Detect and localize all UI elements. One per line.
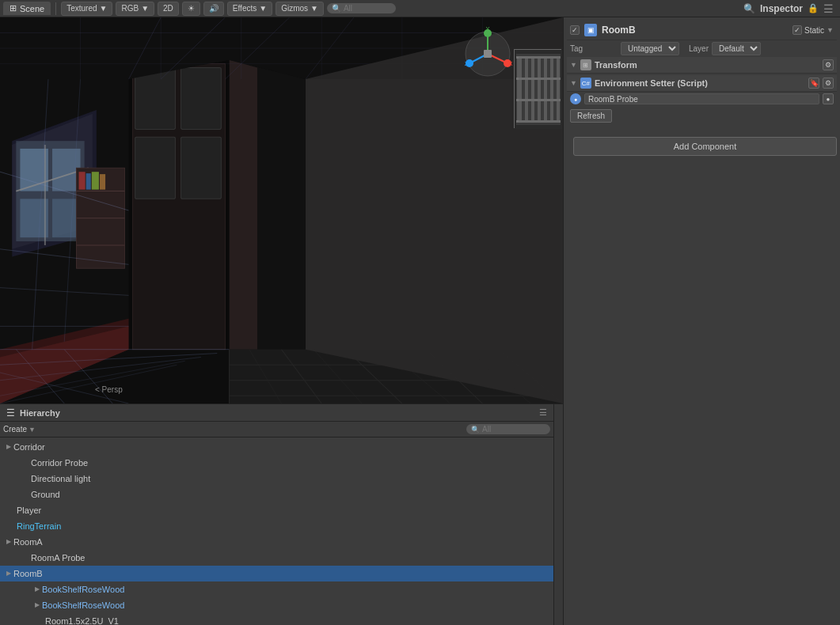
hierarchy-item[interactable]: Room1.5x2.5U_V1 <box>0 613 553 625</box>
refresh-button[interactable]: Refresh <box>570 109 612 123</box>
rgb-dropdown[interactable]: RGB ▼ <box>116 2 154 16</box>
scene-area: Y X Z < Persp <box>0 17 563 625</box>
static-arrow[interactable]: ▼ <box>827 26 834 34</box>
svg-rect-90 <box>525 56 528 123</box>
hierarchy-panel-header: ☰ Hierarchy ☰ <box>0 404 553 422</box>
scene-search-input[interactable] <box>344 4 391 13</box>
probe-label: RoomB Probe <box>585 94 641 104</box>
expand-arrow[interactable]: ▶ <box>35 583 40 596</box>
expand-arrow[interactable]: ▶ <box>6 441 11 453</box>
lock-icon[interactable]: 🔒 <box>808 3 819 13</box>
expand-arrow[interactable]: ▶ <box>6 536 11 548</box>
inspector-menu-icon[interactable]: ☰ <box>823 2 834 15</box>
hierarchy-item-label: Player <box>17 504 41 517</box>
textured-arrow: ▼ <box>100 4 108 13</box>
hierarchy-item[interactable]: RoomA Probe <box>0 550 553 566</box>
hierarchy-menu[interactable]: ☰ <box>539 407 547 418</box>
svg-rect-11 <box>181 137 222 199</box>
hierarchy-content[interactable]: ▶CorridorCorridor ProbeDirectional light… <box>0 438 553 625</box>
search-icon: 🔍 <box>332 4 341 13</box>
audio-button[interactable]: 🔊 <box>203 2 224 16</box>
add-component-label: Add Component <box>674 142 737 151</box>
hierarchy-item-label: RingTerrain <box>17 520 61 532</box>
search-icon: 🔍 <box>471 426 480 434</box>
svg-rect-99 <box>516 120 561 123</box>
hierarchy-item-label: BookShelfRoseWood <box>42 599 124 612</box>
2d-button[interactable]: 2D <box>158 2 179 16</box>
hierarchy-item[interactable]: ▶BookShelfRoseWood <box>0 597 553 613</box>
static-checkbox[interactable] <box>792 25 802 35</box>
hierarchy-item[interactable]: Corridor Probe <box>0 455 553 471</box>
gizmos-label: Gizmos <box>281 4 308 13</box>
svg-rect-95 <box>557 56 560 123</box>
hierarchy-item[interactable]: Ground <box>0 487 553 502</box>
gizmos-arrow: ▼ <box>310 4 318 13</box>
gizmos-dropdown[interactable]: Gizmos ▼ <box>276 2 324 16</box>
hierarchy-search-input[interactable] <box>482 425 545 434</box>
scene-search[interactable]: 🔍 <box>327 3 396 13</box>
layer-select[interactable]: Default <box>712 42 761 55</box>
env-actions: 🔖 ⚙ <box>808 78 834 89</box>
textured-dropdown[interactable]: Textured ▼ <box>61 2 112 16</box>
effects-dropdown[interactable]: Effects ▼ <box>227 2 272 16</box>
create-button[interactable]: Create ▼ <box>3 425 36 434</box>
svg-rect-93 <box>544 56 547 123</box>
hierarchy-item-label: Corridor <box>13 441 45 453</box>
bottom-panels: ☰ Hierarchy ☰ Create ▼ 🔍 <box>0 403 563 625</box>
tag-select[interactable]: Untagged <box>621 42 679 55</box>
svg-rect-27 <box>86 173 91 189</box>
probe-icon: ● <box>570 93 581 104</box>
probe-bar[interactable]: RoomB Probe <box>584 93 819 104</box>
2d-label: 2D <box>163 4 173 13</box>
hierarchy-item[interactable]: ▶Corridor <box>0 439 553 455</box>
rgb-label: RGB <box>121 4 139 13</box>
object-icon: ▣ <box>584 24 597 36</box>
hierarchy-search[interactable]: 🔍 <box>466 424 550 434</box>
hierarchy-item[interactable]: RingTerrain <box>0 518 553 534</box>
svg-rect-91 <box>531 56 534 123</box>
svg-rect-8 <box>135 67 176 129</box>
inspector-body: ▣ RoomB Static ▼ Tag Untagged Layer Defa… <box>564 17 840 625</box>
expand-arrow[interactable]: ▶ <box>6 567 11 580</box>
scene-toolbar: ⊞ Scene Textured ▼ RGB ▼ 2D ☀ 🔊 Effects … <box>0 0 840 17</box>
hierarchy-item[interactable]: Player <box>0 502 553 518</box>
hierarchy-item[interactable]: ▶BookShelfRoseWood <box>0 581 553 597</box>
transform-header[interactable]: ▼ ⊞ Transform ⚙ <box>567 57 837 74</box>
svg-rect-28 <box>92 172 99 189</box>
svg-rect-10 <box>181 67 222 129</box>
svg-rect-9 <box>135 137 176 199</box>
scene-viewport[interactable]: Y X Z < Persp <box>0 17 563 403</box>
env-setter-header[interactable]: ▼ C# Environment Setter (Script) 🔖 ⚙ <box>567 75 837 92</box>
sun-button[interactable]: ☀ <box>182 2 200 16</box>
probe-dot-icon: ● <box>827 96 830 103</box>
layer-label: Layer <box>689 44 709 53</box>
probe-dot-button[interactable]: ● <box>823 93 834 104</box>
inspector-panel-title: Inspector <box>760 3 803 14</box>
object-active-checkbox[interactable] <box>570 25 580 35</box>
hierarchy-item[interactable]: ▶RoomA <box>0 534 553 550</box>
expand-arrow[interactable]: ▶ <box>35 599 40 612</box>
hierarchy-item-label: BookShelfRoseWood <box>42 583 124 596</box>
thumbnail-preview[interactable] <box>514 49 561 128</box>
textured-label: Textured <box>67 4 97 13</box>
hierarchy-item[interactable]: Directional light <box>0 471 553 487</box>
perspective-label: < Persp <box>95 385 123 394</box>
hierarchy-item-label: Corridor Probe <box>31 456 88 469</box>
svg-rect-96 <box>516 56 561 59</box>
svg-text:Y: Y <box>486 26 490 32</box>
gizmo-widget[interactable]: Y X Z <box>460 24 515 79</box>
add-component-button[interactable]: Add Component <box>573 137 837 156</box>
svg-text:Z: Z <box>465 61 469 66</box>
hierarchy-item-label: Ground <box>31 488 60 501</box>
hierarchy-item[interactable]: ▶RoomB <box>0 566 553 581</box>
effects-label: Effects <box>233 4 257 13</box>
transform-section: ▼ ⊞ Transform ⚙ <box>567 57 837 74</box>
env-bookmark-icon[interactable]: 🔖 <box>808 78 819 89</box>
scene-tab-label: Scene <box>20 4 44 13</box>
object-name: RoomB <box>602 25 788 36</box>
env-gear-icon[interactable]: ⚙ <box>823 78 834 89</box>
transform-settings-icon[interactable]: ⚙ <box>823 59 834 70</box>
hierarchy-title: Hierarchy <box>20 408 60 418</box>
scene-tab[interactable]: ⊞ Scene <box>3 2 51 15</box>
create-label: Create <box>3 425 27 434</box>
